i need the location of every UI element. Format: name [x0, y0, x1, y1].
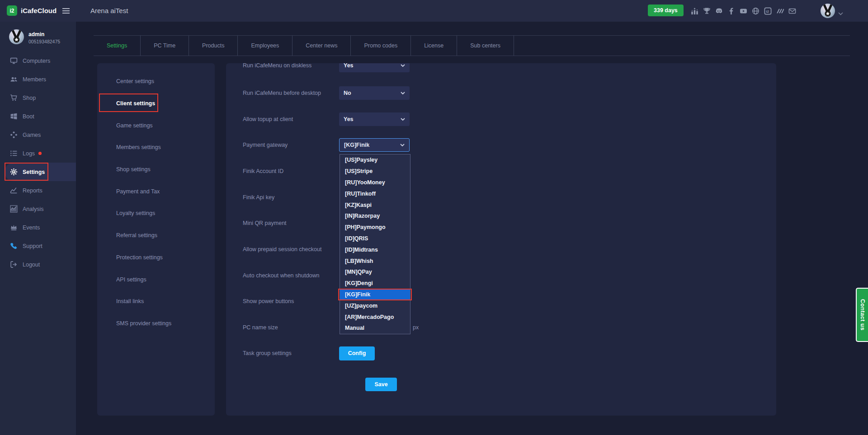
- logs-icon: [10, 150, 18, 157]
- icafecloud-icon[interactable]: i2: [764, 7, 772, 15]
- settings-nav-label: SMS provider settings: [116, 320, 171, 327]
- field-label: Auto checkout when shutdown: [243, 272, 320, 279]
- settings-nav-label: Protection settings: [116, 254, 163, 261]
- payment-option-in-razorpay[interactable]: [IN]Razorpay: [340, 210, 410, 222]
- run-icafemenu-on-diskless-select[interactable]: Yes: [339, 63, 410, 72]
- payment-option-ru-yoomoney[interactable]: [RU]YooMoney: [340, 177, 410, 188]
- youtube-icon[interactable]: [739, 7, 747, 15]
- sidebar-item-support[interactable]: Support: [0, 237, 76, 255]
- tab-employees[interactable]: Employees: [238, 36, 292, 56]
- logout-icon: [10, 261, 18, 268]
- sidebar-item-settings[interactable]: Settings: [5, 163, 76, 181]
- settings-nav-payment-and-tax[interactable]: Payment and Tax: [97, 180, 215, 202]
- payment-option-id-qris[interactable]: [ID]QRIS: [340, 233, 410, 244]
- payment-option-kg-finik[interactable]: [KG]Finik: [340, 289, 410, 300]
- px-unit-label: px: [413, 324, 419, 331]
- option-label: Manual: [345, 325, 364, 331]
- settings-nav-members-settings[interactable]: Members settings: [97, 136, 215, 159]
- svg-text:i2: i2: [766, 9, 769, 14]
- tab-center-news[interactable]: Center news: [292, 36, 351, 56]
- sidebar-item-label: Shop: [23, 95, 36, 101]
- settings-nav-client-settings[interactable]: Client settings: [97, 93, 215, 115]
- payment-option-lb-whish[interactable]: [LB]Whish: [340, 255, 410, 267]
- sidebar-item-boot[interactable]: Boot: [0, 107, 76, 126]
- settings-nav-protection-settings[interactable]: Protection settings: [97, 247, 215, 269]
- save-button[interactable]: Save: [365, 378, 397, 391]
- option-label: [RU]Tinkoff: [345, 191, 376, 197]
- field-label: Run iCafeMenu before desktop: [243, 90, 321, 96]
- settings-nav-loyalty-settings[interactable]: Loyalty settings: [97, 202, 215, 225]
- topbar: i2 iCafeCloud Arena aiTest 339 days i2: [0, 0, 868, 22]
- menu-toggle-icon[interactable]: [62, 7, 70, 14]
- analysis-icon: [10, 205, 18, 213]
- globe-icon[interactable]: [751, 7, 760, 15]
- allow-topup-at-client-select[interactable]: Yes: [339, 112, 410, 126]
- tab-pc-time[interactable]: PC Time: [141, 36, 189, 56]
- sidebar-item-logout[interactable]: Logout: [0, 255, 76, 274]
- tab-products[interactable]: Products: [189, 36, 238, 56]
- discord-icon[interactable]: [715, 7, 723, 15]
- settings-nav-label: Payment and Tax: [116, 188, 160, 195]
- games-icon: [10, 131, 18, 139]
- user-id: 005193482475: [28, 39, 60, 44]
- field-label: Task group settings: [243, 350, 292, 356]
- sidebar-item-computers[interactable]: Computers: [0, 51, 76, 70]
- settings-nav-game-settings[interactable]: Game settings: [97, 114, 215, 136]
- tab-settings[interactable]: Settings: [94, 36, 141, 56]
- sidebar-item-events[interactable]: Events: [0, 218, 76, 237]
- form-row: Run iCafeMenu before desktop No: [226, 80, 776, 106]
- sidebar-item-games[interactable]: Games: [0, 126, 76, 144]
- tab-license[interactable]: License: [411, 36, 457, 56]
- notification-dot: [38, 152, 42, 155]
- settings-nav-referral-settings[interactable]: Referral settings: [97, 225, 215, 247]
- tab-sub-centers[interactable]: Sub centers: [457, 36, 514, 56]
- trophy-icon[interactable]: [703, 7, 711, 15]
- payment-option-us-stripe[interactable]: [US]Stripe: [340, 166, 410, 177]
- settings-nav-install-links[interactable]: Install links: [97, 290, 215, 313]
- option-label: [US]Stripe: [345, 168, 373, 174]
- tab-promo-codes[interactable]: Promo codes: [351, 36, 411, 56]
- form-row: Finik Account ID: [226, 158, 776, 184]
- form-row: Auto checkout when shutdown: [226, 262, 776, 289]
- sidebar-item-members[interactable]: Members: [0, 70, 76, 89]
- payment-option-uz-paycom[interactable]: [UZ]paycom: [340, 300, 410, 311]
- support-icon: [10, 242, 18, 250]
- payment-option-id-midtrans[interactable]: [ID]Midtrans: [340, 244, 410, 255]
- config-button[interactable]: Config: [339, 346, 375, 360]
- sidebar-item-reports[interactable]: Reports: [0, 181, 76, 200]
- field-label: Finik Account ID: [243, 168, 283, 174]
- payment-option-us-paysley[interactable]: [US]Paysley: [340, 154, 410, 166]
- payment-option-ar-mercadopago[interactable]: [AR]MercadoPago: [340, 311, 410, 323]
- sidebar-item-logs[interactable]: Logs: [0, 144, 76, 163]
- option-label: [US]Paysley: [345, 157, 377, 163]
- mail-icon[interactable]: [788, 7, 796, 15]
- payment-option-ph-paymongo[interactable]: [PH]Paymongo: [340, 222, 410, 233]
- app-logo[interactable]: i2 iCafeCloud: [7, 5, 57, 16]
- contact-us-button[interactable]: Contact us: [856, 288, 868, 342]
- settings-nav-api-settings[interactable]: API settings: [97, 268, 215, 290]
- facebook-icon[interactable]: [727, 7, 735, 15]
- payment-option-mn-qpay[interactable]: [MN]QPay: [340, 267, 410, 278]
- payment-option-ru-tinkoff[interactable]: [RU]Tinkoff: [340, 188, 410, 199]
- run-icafemenu-before-desktop-select[interactable]: No: [339, 86, 410, 100]
- settings-nav-shop-settings[interactable]: Shop settings: [97, 159, 215, 181]
- payment-option-kg-dengi[interactable]: [KG]Dengi: [340, 278, 410, 289]
- sidebar-item-analysis[interactable]: Analysis: [0, 200, 76, 218]
- sidebar-item-label: Events: [23, 225, 40, 231]
- payment-gateway-select[interactable]: [KG]Finik: [339, 138, 410, 152]
- payment-option-manual[interactable]: Manual: [340, 323, 410, 334]
- settings-nav-label: Install links: [116, 298, 144, 304]
- field-label: Allow topup at client: [243, 116, 293, 122]
- user-avatar[interactable]: [821, 4, 835, 18]
- layers-icon[interactable]: [776, 7, 784, 15]
- payment-gateway-dropdown: [US]Paysley [US]Stripe [RU]YooMoney [RU]…: [340, 154, 410, 334]
- user-avatar-small[interactable]: [9, 29, 24, 44]
- license-days-badge[interactable]: 339 days: [648, 5, 684, 16]
- payment-option-kz-kaspi[interactable]: [KZ]Kaspi: [340, 199, 410, 210]
- leaderboard-icon[interactable]: [690, 7, 698, 15]
- settings-nav-sms-provider-settings[interactable]: SMS provider settings: [97, 313, 215, 335]
- settings-nav-center-settings[interactable]: Center settings: [97, 70, 215, 93]
- boot-icon: [10, 112, 18, 120]
- chevron-down-icon[interactable]: [838, 9, 843, 17]
- sidebar-item-shop[interactable]: Shop: [0, 89, 76, 107]
